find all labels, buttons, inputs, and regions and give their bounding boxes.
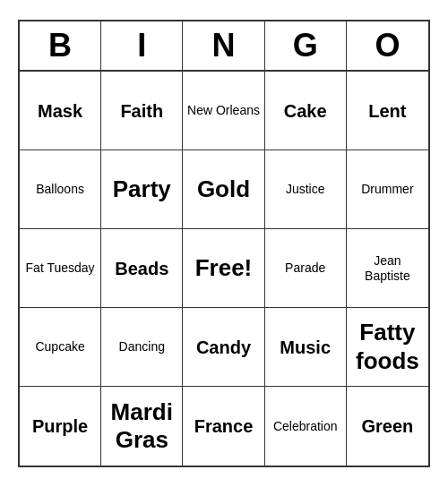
bingo-cell: Balloons [20, 150, 101, 229]
bingo-cell: Justice [265, 150, 347, 229]
bingo-cell: Fat Tuesday [20, 229, 101, 308]
bingo-cell: Dancing [101, 308, 183, 387]
header-letter: O [347, 21, 428, 70]
bingo-card: BINGO MaskFaithNew OrleansCakeLentBalloo… [18, 20, 430, 467]
bingo-cell: Party [101, 150, 183, 229]
bingo-cell: Drummer [347, 150, 428, 229]
bingo-cell: Music [265, 308, 347, 387]
bingo-cell: Cake [265, 72, 347, 150]
bingo-cell: Fatty foods [347, 308, 428, 387]
bingo-grid: MaskFaithNew OrleansCakeLentBalloonsPart… [20, 72, 428, 466]
bingo-cell: Purple [20, 387, 101, 466]
bingo-cell: France [183, 387, 264, 466]
bingo-cell: Cupcake [20, 308, 101, 387]
bingo-cell: Candy [183, 308, 264, 387]
bingo-cell: Beads [101, 229, 183, 308]
header-letter: B [20, 21, 101, 70]
bingo-cell: Faith [101, 72, 183, 150]
header-letter: G [265, 21, 347, 70]
bingo-header: BINGO [20, 21, 428, 72]
bingo-cell: Celebration [265, 387, 347, 466]
bingo-cell: Jean Baptiste [347, 229, 428, 308]
bingo-cell: Free! [183, 229, 264, 308]
bingo-cell: Lent [347, 72, 428, 150]
bingo-cell: Mardi Gras [101, 387, 183, 466]
bingo-cell: Mask [20, 72, 101, 150]
bingo-cell: Parade [265, 229, 347, 308]
header-letter: I [101, 21, 183, 70]
bingo-cell: Gold [183, 150, 264, 229]
bingo-cell: Green [347, 387, 428, 466]
bingo-cell: New Orleans [183, 72, 264, 150]
header-letter: N [183, 21, 264, 70]
